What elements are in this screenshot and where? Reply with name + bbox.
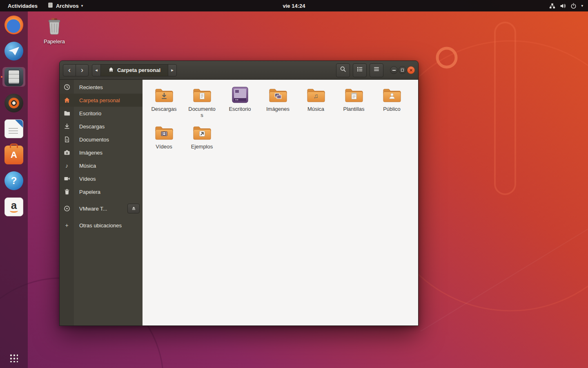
- show-applications-button[interactable]: [0, 354, 28, 368]
- path-back-button[interactable]: ◂: [92, 64, 101, 76]
- file-item-descargas[interactable]: Descargas: [145, 85, 183, 123]
- chevron-down-icon: ▾: [81, 4, 83, 8]
- file-item-imagenes[interactable]: Imágenes: [259, 85, 297, 123]
- dock-item-thunderbird[interactable]: [2, 41, 25, 61]
- app-menu-label: Archivos: [56, 3, 79, 9]
- minimize-button[interactable]: [390, 66, 398, 74]
- public-emblem-icon: [388, 92, 396, 100]
- amazon-smile-shape: [10, 209, 18, 213]
- download-emblem-icon: [160, 92, 168, 100]
- video-icon: [60, 175, 74, 182]
- sidebar-item-escritorio[interactable]: Escritorio: [60, 107, 143, 120]
- file-item-publico[interactable]: Público: [373, 85, 411, 123]
- folder-icon: ♫: [306, 85, 326, 105]
- plus-icon: +: [60, 222, 74, 228]
- maximize-icon: [401, 69, 404, 72]
- hamburger-icon: [373, 66, 380, 74]
- back-button[interactable]: ‹: [63, 64, 76, 76]
- question-mark: ?: [11, 176, 17, 186]
- home-icon: [60, 97, 74, 103]
- files-icon: [4, 67, 23, 86]
- list-view-icon: [356, 66, 363, 74]
- document-emblem-icon: [198, 92, 206, 100]
- file-list-area[interactable]: Descargas Documentos Escritorio: [143, 80, 418, 325]
- volume-icon: [560, 3, 566, 9]
- trash-can-icon: [45, 17, 64, 38]
- folder-icon: [60, 110, 74, 117]
- file-item-plantillas[interactable]: Plantillas: [335, 85, 373, 123]
- file-item-escritorio[interactable]: Escritorio: [221, 85, 259, 123]
- music-emblem-icon: ♫: [312, 92, 320, 100]
- film-emblem-icon: [160, 130, 168, 137]
- ubuntu-software-icon: A: [4, 146, 23, 164]
- running-indicator: [1, 76, 2, 78]
- thunderbird-icon: [4, 42, 23, 61]
- dock-item-help[interactable]: ?: [2, 171, 25, 191]
- download-icon: [60, 123, 74, 130]
- close-button[interactable]: ×: [407, 66, 415, 74]
- file-item-documentos[interactable]: Documentos: [183, 85, 221, 123]
- dock-item-ubuntu-software[interactable]: A: [2, 145, 25, 165]
- trash-icon: [60, 188, 74, 195]
- music-note-icon: ♪: [60, 163, 74, 168]
- sidebar-item-videos[interactable]: Vídeos: [60, 172, 143, 185]
- dock-item-libreoffice-writer[interactable]: [2, 119, 25, 139]
- file-item-ejemplos[interactable]: Ejemplos: [183, 123, 221, 161]
- amazon-icon: a: [4, 197, 23, 216]
- clock-button[interactable]: vie 14:24: [283, 0, 305, 11]
- app-grid-icon: [10, 354, 18, 362]
- folder-icon: [268, 85, 288, 105]
- maximize-button[interactable]: [399, 66, 406, 74]
- header-bar: ‹ › ◂ Carpeta personal ▸ ×: [60, 61, 418, 80]
- page-corner-shape: [15, 120, 23, 128]
- rhythmbox-icon: [4, 94, 23, 112]
- files-app-icon: [47, 2, 53, 9]
- desktop-trash-icon[interactable]: Papelera: [41, 17, 68, 45]
- chevron-down-icon: ▾: [581, 4, 583, 8]
- path-forward-button[interactable]: ▸: [168, 64, 177, 76]
- trash-label: Papelera: [44, 38, 65, 45]
- eject-button[interactable]: [127, 204, 140, 213]
- dock-item-rhythmbox[interactable]: [2, 93, 25, 113]
- folder-icon: [344, 85, 364, 105]
- activities-button[interactable]: Actividades: [4, 0, 41, 11]
- dock-item-firefox[interactable]: [2, 15, 25, 35]
- search-button[interactable]: [336, 63, 350, 77]
- file-item-musica[interactable]: ♫ Música: [297, 85, 335, 123]
- sidebar-item-carpeta-personal[interactable]: Carpeta personal: [60, 94, 143, 107]
- power-icon: [570, 3, 577, 9]
- speaker-shape: [9, 98, 19, 108]
- menu-button[interactable]: [370, 63, 383, 77]
- top-bar: Actividades Archivos ▾ vie 14:24 ▾: [0, 0, 588, 11]
- sidebar-item-imagenes[interactable]: Imágenes: [60, 146, 143, 159]
- folder-icon: [192, 123, 212, 143]
- app-menu-button[interactable]: Archivos ▾: [44, 0, 87, 11]
- folder-icon: [154, 85, 174, 105]
- help-icon: ?: [4, 171, 23, 190]
- clock-icon: [60, 84, 74, 90]
- sidebar-item-vmware-device[interactable]: VMware T...: [60, 202, 143, 215]
- sidebar-item-descargas[interactable]: Descargas: [60, 120, 143, 133]
- path-bar: ◂ Carpeta personal ▸: [92, 64, 177, 76]
- home-icon: [108, 67, 114, 74]
- sidebar-item-musica[interactable]: ♪ Música: [60, 159, 143, 172]
- document-icon: [60, 136, 74, 143]
- network-icon: [549, 3, 555, 9]
- system-status-area[interactable]: ▾: [549, 0, 588, 11]
- dock-item-amazon[interactable]: a: [2, 197, 25, 217]
- dock: A ? a: [0, 11, 28, 368]
- forward-button[interactable]: ›: [76, 64, 89, 76]
- sidebar-item-otras-ubicaciones[interactable]: + Otras ubicaciones: [60, 219, 143, 232]
- view-toggle-button[interactable]: [353, 63, 367, 77]
- breadcrumb[interactable]: Carpeta personal: [100, 64, 168, 76]
- close-icon: ×: [410, 67, 413, 73]
- sidebar-item-papelera[interactable]: Papelera: [60, 185, 143, 198]
- sidebar-item-documentos[interactable]: Documentos: [60, 133, 143, 146]
- dock-item-files[interactable]: [2, 67, 25, 87]
- folder-icon: [382, 85, 402, 105]
- window-controls: ×: [389, 66, 415, 74]
- software-letter: A: [11, 150, 17, 159]
- sidebar-item-recientes[interactable]: Recientes: [60, 81, 143, 94]
- file-item-videos[interactable]: Vídeos: [145, 123, 183, 161]
- search-icon: [340, 66, 346, 74]
